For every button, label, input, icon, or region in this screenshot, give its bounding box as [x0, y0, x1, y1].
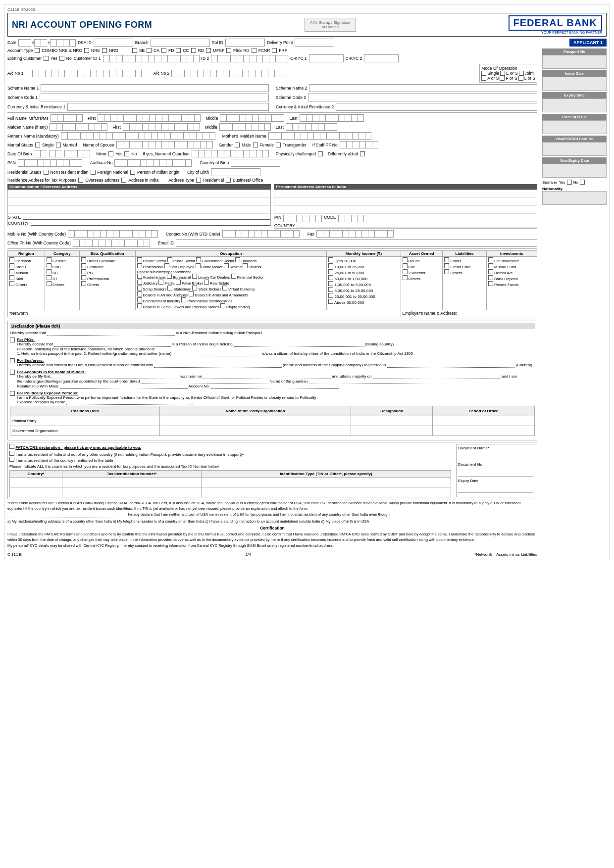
seafarers-decl-cb[interactable]	[10, 358, 15, 363]
business-cb[interactable]	[235, 257, 240, 262]
maiden-first-cells[interactable]	[123, 123, 200, 131]
seafarer-yes-cb[interactable]	[567, 180, 572, 185]
pep-decl-cb[interactable]	[10, 391, 15, 396]
ca-cb[interactable]	[147, 48, 152, 53]
address-india-cb[interactable]	[121, 178, 126, 183]
income-25l-cb[interactable]	[328, 287, 333, 292]
fatca-title-cb[interactable]	[9, 444, 14, 449]
aadhaar-cells[interactable]	[114, 159, 192, 167]
entertainment-cb[interactable]	[137, 297, 142, 302]
nre-cb[interactable]	[84, 48, 89, 53]
perm-addr-line1[interactable]	[274, 190, 537, 198]
female-cb[interactable]	[253, 143, 258, 147]
country-of-birth-field[interactable]	[231, 159, 280, 167]
crypto-cb[interactable]	[220, 303, 225, 308]
income-10k-cb[interactable]	[328, 257, 333, 262]
fathers-name-cells[interactable]	[61, 132, 215, 140]
condition1-field[interactable]	[172, 351, 260, 356]
comm-addr-line2[interactable]	[8, 198, 270, 206]
govt-sector-cb[interactable]	[196, 257, 201, 262]
joint-cb[interactable]	[519, 71, 524, 76]
expiry-date2-field[interactable]	[458, 484, 533, 493]
st-cb[interactable]	[47, 275, 51, 280]
sol-id-field[interactable]	[225, 39, 265, 47]
communication-address-box[interactable]: STATE COUNTRY	[7, 190, 271, 226]
frp-cb[interactable]	[272, 48, 277, 53]
ckyc2-field[interactable]	[364, 54, 399, 62]
networth-field[interactable]	[29, 311, 89, 316]
l-or-s-mode-label[interactable]: L or S	[518, 76, 535, 81]
2wheeler-cb[interactable]	[403, 269, 408, 274]
financial-sector-cb[interactable]	[231, 274, 236, 279]
comm-state-field[interactable]	[23, 215, 270, 220]
lors-cb[interactable]	[518, 76, 523, 81]
guardian-name-field[interactable]	[309, 379, 437, 384]
nationality-field[interactable]	[542, 191, 607, 205]
mobile-cells[interactable]	[68, 230, 158, 238]
person-indian-origin-cb[interactable]	[130, 170, 135, 175]
income-5l-cb[interactable]	[328, 281, 333, 286]
pol-party-field[interactable]	[160, 416, 351, 426]
male-cb[interactable]	[235, 143, 240, 147]
single-marital-cb[interactable]	[35, 143, 40, 147]
stock-brokers-cb[interactable]	[192, 286, 197, 290]
perm-addr-line3[interactable]	[274, 206, 537, 214]
e-or-s-mode-label[interactable]: E or S	[500, 71, 518, 76]
relationship-field[interactable]	[60, 384, 188, 389]
combo-nre-nro-cb[interactable]	[35, 48, 40, 53]
govt-org-field[interactable]	[160, 426, 351, 436]
fd-cb[interactable]	[161, 48, 166, 53]
fcnr-cb[interactable]	[252, 48, 256, 53]
sc-cb[interactable]	[47, 269, 51, 274]
income-50l-cb[interactable]	[328, 293, 333, 298]
date-y4[interactable]	[69, 39, 76, 47]
issue-date-field[interactable]	[542, 77, 607, 91]
pin-code-cells[interactable]	[338, 215, 364, 222]
nri-cb[interactable]	[44, 170, 49, 175]
staff-pf-cells[interactable]	[340, 141, 378, 148]
doc-name-field[interactable]	[458, 451, 533, 460]
bank-deposit-cb[interactable]	[488, 275, 493, 280]
spouse-cells[interactable]	[116, 141, 213, 148]
graduate-cb[interactable]	[81, 263, 86, 268]
house-cb[interactable]	[403, 257, 408, 262]
seafarer-no-cb[interactable]	[580, 180, 585, 185]
others-assets-cb[interactable]	[403, 275, 408, 280]
perm-addr-line2[interactable]	[274, 198, 537, 206]
first-name-cells[interactable]	[98, 114, 201, 122]
real-estate-cb[interactable]	[204, 280, 209, 285]
city-of-birth-field[interactable]	[211, 168, 260, 176]
flexird-cb[interactable]	[226, 48, 231, 53]
tax-id-row1[interactable]	[62, 478, 202, 487]
obc-cb[interactable]	[47, 263, 51, 268]
single-mode-label[interactable]: Single	[481, 71, 499, 76]
public-sector-cb[interactable]	[167, 257, 172, 262]
existing-no-cb[interactable]	[59, 56, 64, 61]
phys-challenged-cb[interactable]	[318, 151, 323, 156]
single-cb[interactable]	[481, 71, 486, 76]
expiry-date-field[interactable]	[542, 98, 607, 112]
student-cb[interactable]	[243, 263, 248, 268]
currency1-field[interactable]	[67, 103, 269, 111]
perm-country-field[interactable]	[297, 223, 537, 228]
fatca-option1-cb[interactable]	[9, 451, 14, 456]
date-y3[interactable]	[63, 39, 69, 47]
country-row1[interactable]	[10, 478, 62, 487]
scheme-name2-field[interactable]	[309, 84, 537, 92]
christian-cb[interactable]	[9, 257, 14, 262]
middle-name-cells[interactable]	[220, 114, 284, 122]
doc-no-field[interactable]	[458, 468, 533, 477]
credit-card-cb[interactable]	[444, 263, 449, 268]
visa-card-field[interactable]	[542, 142, 607, 156]
sikh-cb[interactable]	[9, 275, 14, 280]
exposed-by-field[interactable]	[66, 400, 194, 405]
guardian-cells[interactable]	[192, 150, 269, 157]
scheme-code2-field[interactable]	[308, 94, 537, 101]
scrap-dealers-cb[interactable]	[137, 286, 142, 290]
born-on-field[interactable]	[203, 374, 331, 379]
demat-cb[interactable]	[488, 269, 493, 274]
mfsf-cb[interactable]	[206, 48, 211, 53]
cc-cb[interactable]	[176, 48, 181, 53]
pol-party-desig[interactable]	[351, 416, 433, 426]
others-religion-cb[interactable]	[9, 281, 14, 286]
